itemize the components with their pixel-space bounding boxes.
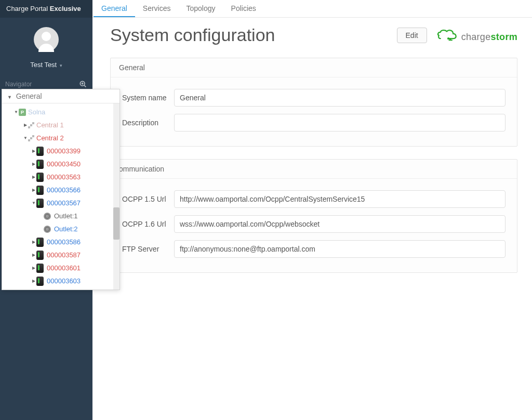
tree-device[interactable]: ▶000003603 — [2, 274, 119, 287]
device-icon — [36, 160, 44, 169]
brand-bold: Exclusive — [50, 5, 81, 12]
device-icon — [36, 264, 44, 273]
tree-device[interactable]: ▶000003566 — [2, 183, 119, 196]
tree-device[interactable]: ▼000003567 — [2, 196, 119, 209]
navigator-panel: ▼ General ▼ P Solna ▶ Central 1 ▼ Centra… — [2, 89, 120, 290]
caret-down-icon: ▼ — [7, 95, 12, 100]
tree-device[interactable]: ▶000003450 — [2, 158, 119, 170]
label-description: Description — [122, 119, 174, 127]
stair-icon — [28, 135, 34, 141]
device-icon — [36, 173, 44, 182]
page-header: System configuration Edit chargestorm — [92, 18, 532, 45]
tree-outlet[interactable]: Outlet:1 — [2, 209, 119, 222]
input-system-name[interactable] — [174, 89, 506, 107]
tree-device-id: 000003603 — [47, 277, 81, 285]
outlet-icon — [44, 213, 51, 220]
tree-central-2[interactable]: ▼ Central 2 — [2, 132, 119, 145]
tree-device-id: 000003566 — [47, 186, 81, 194]
tree-outlet-label: Outlet:1 — [54, 212, 78, 220]
tree-central-1-label: Central 1 — [36, 121, 64, 129]
navigator-tree: ▼ P Solna ▶ Central 1 ▼ Central 2 ▶00000… — [2, 103, 119, 290]
tab-general[interactable]: General — [94, 0, 135, 17]
device-icon — [36, 238, 44, 247]
row-system-name: System name — [122, 89, 506, 107]
device-icon — [36, 199, 44, 208]
chevron-down-icon: ▾ — [60, 63, 62, 68]
caret-right-icon: ▶ — [31, 240, 36, 244]
caret-down-icon: ▼ — [14, 110, 19, 114]
page-title: System configuration — [110, 25, 275, 45]
tree-outlet[interactable]: Outlet:2 — [2, 222, 119, 235]
tree-central-2-label: Central 2 — [36, 134, 64, 142]
row-ocpp16: OCPP 1.6 Url — [122, 215, 506, 233]
tab-services[interactable]: Services — [135, 0, 179, 17]
tree-device[interactable]: ▶000003399 — [2, 145, 119, 158]
row-ocpp15: OCPP 1.5 Url — [122, 190, 506, 208]
label-ftp: FTP Server — [122, 245, 174, 253]
tree-device[interactable]: ▶000003587 — [2, 248, 119, 261]
tree-outlet-label: Outlet:2 — [54, 225, 78, 233]
caret-right-icon: ▶ — [31, 266, 36, 270]
tree-device-id: 000003586 — [47, 238, 81, 246]
navigator-root[interactable]: ▼ General — [2, 89, 119, 103]
avatar-block — [0, 18, 92, 57]
input-description[interactable] — [174, 114, 506, 132]
input-ocpp16[interactable] — [174, 215, 506, 233]
input-ftp[interactable] — [174, 240, 506, 258]
device-icon — [36, 251, 44, 260]
tab-policies[interactable]: Policies — [223, 0, 264, 17]
input-ocpp15[interactable] — [174, 190, 506, 208]
avatar[interactable] — [34, 27, 59, 52]
navigator-header: Navigator — [0, 69, 92, 90]
navigator-label: Navigator — [5, 81, 32, 88]
caret-right-icon: ▶ — [31, 149, 36, 153]
tree-device[interactable]: ▶000003601 — [2, 261, 119, 274]
caret-right-icon: ▶ — [31, 253, 36, 257]
caret-right-icon: ▶ — [31, 279, 36, 283]
tab-topology[interactable]: Topology — [179, 0, 223, 17]
device-icon — [36, 277, 44, 286]
tree-device-id: 000003587 — [47, 251, 81, 259]
caret-right-icon: ▶ — [23, 123, 28, 127]
tree-site[interactable]: ▼ P Solna — [2, 106, 119, 119]
card-general: General System name Description — [110, 58, 517, 147]
caret-down-icon: ▼ — [23, 136, 28, 140]
device-icon — [36, 186, 44, 195]
parking-icon: P — [19, 109, 26, 116]
caret-right-icon: ▶ — [31, 162, 36, 166]
navigator-root-label: General — [16, 92, 42, 100]
card-general-title: General — [111, 58, 517, 77]
username-text: Test Test — [30, 61, 57, 69]
svg-line-1 — [84, 85, 86, 87]
stair-icon — [28, 122, 34, 128]
caret-right-icon: ▶ — [31, 188, 36, 192]
tree-scrollbar-thumb[interactable] — [113, 207, 119, 240]
tree-device-id: 000003563 — [47, 173, 81, 181]
svg-point-4 — [448, 38, 449, 39]
tree-site-label: Solna — [28, 108, 45, 116]
tree-device-id: 000003399 — [47, 147, 81, 155]
brand-fixed: Charge Portal — [6, 5, 50, 12]
row-description: Description — [122, 114, 506, 132]
username-dropdown[interactable]: Test Test ▾ — [0, 61, 92, 69]
logo-text: chargestorm — [461, 32, 517, 43]
label-ocpp15: OCPP 1.5 Url — [122, 195, 174, 203]
brand-logo: chargestorm — [436, 28, 517, 43]
outlet-icon — [44, 226, 51, 233]
label-ocpp16: OCPP 1.6 Url — [122, 220, 174, 228]
tree-device[interactable]: ▶000003586 — [2, 235, 119, 248]
card-communication-title: ommunication — [111, 160, 517, 179]
card-communication: ommunication OCPP 1.5 Url OCPP 1.6 Url F… — [110, 159, 517, 273]
main: GeneralServicesTopologyPolicies System c… — [92, 0, 532, 420]
edit-button[interactable]: Edit — [397, 28, 427, 43]
tree-device-id: 000003567 — [47, 199, 81, 207]
caret-down-icon: ▼ — [31, 201, 36, 205]
device-icon — [36, 147, 44, 156]
brand: Charge Portal Exclusive — [0, 0, 92, 18]
tree-scrollbar-track[interactable] — [113, 103, 119, 290]
tree-central-1[interactable]: ▶ Central 1 — [2, 119, 119, 132]
tree-device-id: 000003601 — [47, 264, 81, 272]
search-icon[interactable] — [79, 80, 87, 88]
caret-right-icon: ▶ — [31, 175, 36, 179]
tree-device[interactable]: ▶000003563 — [2, 170, 119, 183]
